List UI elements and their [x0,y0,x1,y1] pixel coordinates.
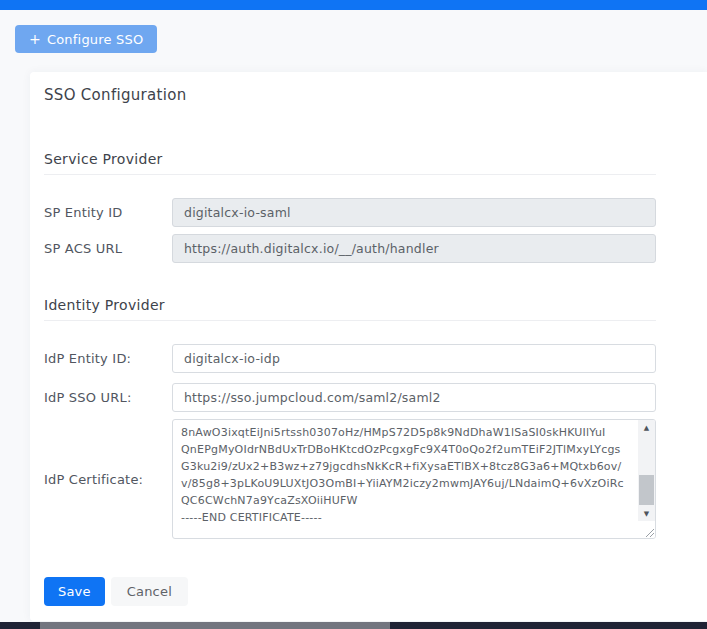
sp-acs-url-row: SP ACS URL [44,234,656,263]
scroll-down-icon[interactable]: ▼ [638,506,655,521]
configure-sso-button[interactable]: + Configure SSO [15,25,157,53]
resize-grip-icon[interactable] [638,521,655,538]
textarea-scrollbar[interactable]: ▲ ▼ [638,420,655,521]
idp-sso-url-label: IdP SSO URL: [44,390,172,405]
sso-configuration-card: SSO Configuration Service Provider SP En… [30,72,707,621]
section-divider [44,174,656,175]
idp-entity-id-label: IdP Entity ID: [44,351,172,366]
form-actions: Save Cancel [44,577,656,606]
idp-certificate-row: IdP Certificate: 8nAwO3ixqtEiJni5rtssh03… [44,419,656,539]
cancel-button[interactable]: Cancel [111,577,188,606]
idp-entity-id-row: IdP Entity ID: [44,344,656,373]
sp-acs-url-label: SP ACS URL [44,241,172,256]
identity-provider-heading: Identity Provider [44,296,656,314]
sp-entity-id-label: SP Entity ID [44,205,172,220]
idp-certificate-field: 8nAwO3ixqtEiJni5rtssh0307oHz/HMpS72D5p8k… [172,419,656,539]
sp-entity-id-input [172,198,656,227]
top-accent-bar [0,0,707,10]
save-button[interactable]: Save [44,577,105,606]
plus-icon: + [29,31,41,47]
horizontal-scrollbar[interactable] [0,622,707,629]
idp-sso-url-row: IdP SSO URL: [44,383,656,412]
service-provider-heading: Service Provider [44,150,656,168]
sp-acs-url-input [172,234,656,263]
page-title: SSO Configuration [44,86,656,105]
idp-entity-id-input[interactable] [172,344,656,373]
idp-certificate-textarea[interactable]: 8nAwO3ixqtEiJni5rtssh0307oHz/HMpS72D5p8k… [173,420,638,538]
section-divider [44,320,656,321]
configure-sso-label: Configure SSO [47,32,143,47]
idp-certificate-label: IdP Certificate: [44,472,172,487]
scrollbar-thumb[interactable] [639,475,654,505]
scrollbar-track[interactable] [638,435,655,506]
scroll-up-icon[interactable]: ▲ [638,420,655,435]
idp-sso-url-input[interactable] [172,383,656,412]
sp-entity-id-row: SP Entity ID [44,198,656,227]
horizontal-scrollbar-thumb[interactable] [40,622,390,629]
